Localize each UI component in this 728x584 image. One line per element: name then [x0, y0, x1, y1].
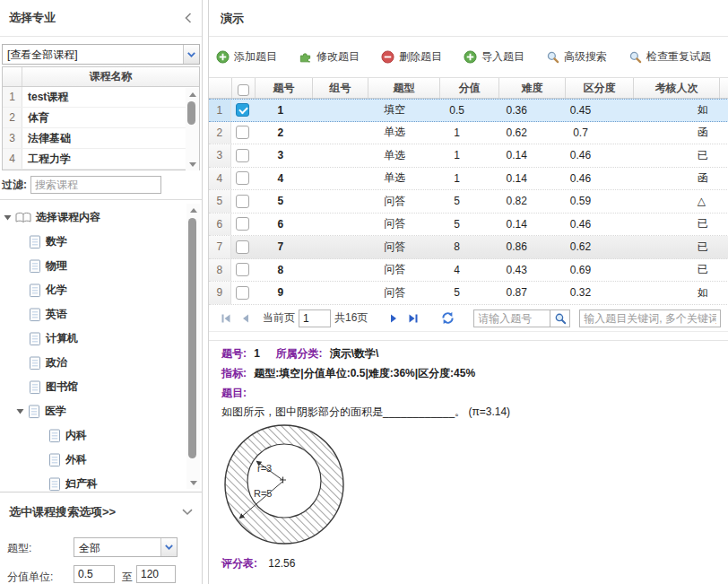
course-name: 工程力学	[22, 149, 199, 169]
delete-question-button[interactable]: 删除题目	[381, 49, 442, 65]
score-max-input[interactable]	[136, 565, 176, 583]
last-page-button[interactable]	[403, 309, 423, 328]
import-question-button[interactable]: 导入题目	[464, 49, 524, 65]
row-checkbox[interactable]	[236, 263, 249, 276]
course-row[interactable]: 3 法律基础	[3, 128, 199, 149]
row-checkbox[interactable]	[236, 171, 249, 185]
row-checkbox[interactable]	[236, 286, 249, 300]
scroll-up-icon[interactable]	[186, 204, 200, 216]
page-icon	[48, 453, 61, 467]
tree-item-obstetrics[interactable]: 妇产科	[0, 472, 179, 492]
first-page-button[interactable]	[216, 309, 236, 328]
course-filter-dropdown-value: [查看全部课程]	[3, 45, 183, 64]
table-row[interactable]: 3 3 单选 1 0.14 0.46 已	[209, 144, 728, 168]
scroll-up-icon[interactable]	[186, 88, 199, 100]
tree-expander-icon[interactable]	[4, 214, 12, 222]
table-row[interactable]: 2 2 单选 1 0.62 0.7 函	[209, 122, 728, 145]
keyword-search-input[interactable]	[579, 309, 721, 327]
collapse-left-icon[interactable]	[184, 13, 193, 23]
score-min-input[interactable]	[74, 565, 115, 583]
modify-question-button[interactable]: 修改题目	[299, 49, 360, 65]
tree-item-math[interactable]: 数学	[0, 230, 179, 254]
current-page-input[interactable]	[299, 309, 331, 327]
search-options-header[interactable]: 选中课程搜索选项>>	[0, 498, 202, 527]
pagination-bar: 当前页 共16页	[209, 305, 728, 332]
check-duplicate-button[interactable]: 检查重复试题	[628, 49, 711, 65]
select-all-checkbox[interactable]	[238, 84, 249, 96]
tree-root-label: 选择课程内容	[36, 210, 100, 225]
table-row[interactable]: 1 1 填空 0.5 0.36 0.45 如	[209, 99, 728, 122]
metrics-label: 指标:	[221, 367, 247, 379]
column-header-group[interactable]: 组号	[313, 78, 368, 98]
search-icon	[628, 50, 642, 64]
category-label: 所属分类:	[275, 347, 322, 360]
tree-item-internal-medicine[interactable]: 内科	[0, 423, 179, 448]
course-panel-title: 选择专业	[9, 10, 56, 26]
chevron-down-icon[interactable]	[183, 45, 199, 64]
search-options-title: 选中课程搜索选项>>	[9, 504, 116, 520]
course-name-column-header[interactable]: 课程名称	[22, 67, 199, 86]
column-header-discrimination[interactable]: 区分度	[566, 78, 634, 98]
detail-question-number-line: 题号: 1 所属分类: 演示\数学\	[221, 346, 391, 362]
tree-item-medicine[interactable]: 医学	[0, 399, 179, 423]
row-checkbox[interactable]	[236, 240, 249, 254]
grid-header: 题号 组号 题型 分值 难度 区分度 考核人次	[209, 77, 728, 99]
table-row[interactable]: 9 9 问答 5 0.87 0.32 如	[209, 282, 728, 305]
question-figure: r=3 R=5	[221, 420, 356, 554]
add-question-button[interactable]: 添加题目	[216, 49, 277, 65]
course-row[interactable]: 2 体育	[3, 108, 199, 128]
scrollbar-thumb[interactable]	[188, 218, 196, 458]
course-row[interactable]: 4 工程力学	[3, 149, 199, 170]
course-row[interactable]: 1 test课程	[3, 87, 199, 108]
tree-item-computer[interactable]: 计算机	[0, 327, 179, 351]
table-row[interactable]: 7 7 问答 8 0.86 0.62 已	[209, 236, 728, 259]
page-icon	[29, 308, 41, 322]
column-header-difficulty[interactable]: 难度	[499, 78, 566, 98]
tree-expander-icon[interactable]	[16, 407, 24, 415]
tree-item-library[interactable]: 图书馆	[0, 375, 179, 399]
course-name: test课程	[22, 87, 199, 107]
row-checkbox[interactable]	[236, 149, 249, 162]
row-checkbox[interactable]	[236, 217, 249, 231]
advanced-search-button[interactable]: 高级搜索	[546, 49, 607, 65]
tree-item-physics[interactable]: 物理	[0, 254, 179, 278]
question-type-dropdown[interactable]: 全部	[74, 537, 178, 557]
page-icon	[29, 235, 41, 249]
prev-page-button[interactable]	[236, 309, 256, 328]
scroll-down-icon[interactable]	[186, 158, 199, 170]
tree-item-politics[interactable]: 政治	[0, 351, 179, 375]
column-header-assess-count[interactable]: 考核人次	[634, 78, 720, 98]
chevron-down-icon[interactable]	[182, 509, 193, 516]
next-page-button[interactable]	[384, 309, 403, 328]
course-search-input[interactable]	[30, 176, 161, 194]
row-checkbox[interactable]	[236, 126, 249, 139]
scroll-down-icon[interactable]	[186, 476, 200, 489]
course-filter-dropdown[interactable]: [查看全部课程]	[2, 44, 200, 65]
table-row[interactable]: 8 8 问答 4 0.43 0.69 已	[209, 259, 728, 283]
category-value: 演示\数学\	[330, 347, 379, 360]
page-icon	[29, 380, 41, 395]
row-checkbox[interactable]	[236, 103, 249, 117]
question-preview: △	[695, 195, 728, 207]
refresh-icon[interactable]	[438, 309, 457, 328]
tree-item-english[interactable]: 英语	[0, 302, 179, 327]
select-all-checkbox-cell	[232, 78, 256, 98]
course-list-header[interactable]: 课程名称	[3, 67, 199, 87]
table-row[interactable]: 5 5 问答 5 0.82 0.59 △	[209, 190, 728, 214]
tree-item-surgery[interactable]: 外科	[0, 448, 179, 472]
column-header-qid[interactable]: 题号	[256, 78, 313, 98]
question-type-label: 题型:	[7, 541, 31, 556]
tree-scrollbar[interactable]	[186, 204, 200, 489]
scrollbar-thumb[interactable]	[187, 101, 195, 125]
column-header-type[interactable]: 题型	[368, 78, 440, 98]
chevron-down-icon[interactable]	[160, 538, 177, 556]
question-id-search-input[interactable]	[473, 309, 550, 327]
search-button[interactable]	[550, 309, 570, 327]
tree-item-chemistry[interactable]: 化学	[0, 278, 179, 302]
course-list-scrollbar[interactable]	[186, 88, 199, 170]
table-row[interactable]: 6 6 问答 5 0.14 0.46 已	[209, 214, 728, 237]
row-checkbox[interactable]	[236, 195, 249, 208]
table-row[interactable]: 4 4 单选 1 0.14 0.46 函	[209, 168, 728, 191]
column-header-score[interactable]: 分值	[440, 78, 499, 98]
tree-root-node[interactable]: 选择课程内容	[0, 205, 179, 230]
